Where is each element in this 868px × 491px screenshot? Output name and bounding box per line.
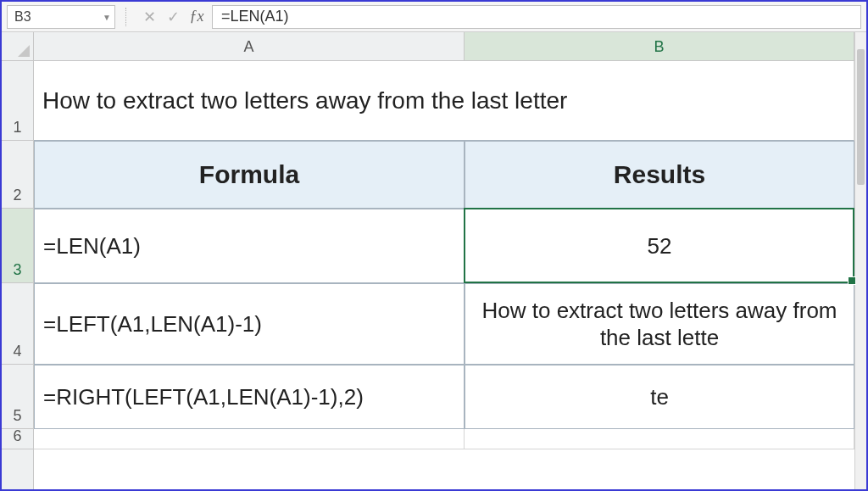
cell-text: Results <box>614 160 705 189</box>
fx-icon[interactable]: ƒx <box>185 5 209 29</box>
column-headers: A B <box>34 32 866 61</box>
row-headers: 1 2 3 4 5 6 <box>2 61 34 491</box>
chevron-down-icon[interactable]: ▼ <box>103 12 111 21</box>
row-header-2[interactable]: 2 <box>2 141 33 209</box>
cells-grid: How to extract two letters away from the… <box>34 61 866 491</box>
row-header-3[interactable]: 3 <box>2 209 33 283</box>
formula-bar: B3 ▼ ✕ ✓ ƒx =LEN(A1) <box>2 2 866 32</box>
cell-text: =LEFT(A1,LEN(A1)-1) <box>43 311 262 338</box>
separator <box>125 8 131 26</box>
cell-text: How to extract two letters away from the… <box>42 87 567 114</box>
enter-icon[interactable]: ✓ <box>161 5 185 29</box>
cell-text: Formula <box>199 160 299 189</box>
cell-B4[interactable]: How to extract two letters away from the… <box>465 283 854 365</box>
cancel-icon[interactable]: ✕ <box>137 5 161 29</box>
row-header-6[interactable]: 6 <box>2 429 33 449</box>
row-header-4[interactable]: 4 <box>2 283 33 365</box>
select-all-corner[interactable] <box>2 32 34 61</box>
cell-A5[interactable]: =RIGHT(LEFT(A1,LEN(A1)-1),2) <box>34 365 465 429</box>
cell-A3[interactable]: =LEN(A1) <box>34 209 465 283</box>
row-header-1[interactable]: 1 <box>2 61 33 141</box>
formula-input-value: =LEN(A1) <box>221 8 289 25</box>
cell-A2[interactable]: Formula <box>34 141 465 209</box>
cell-B2[interactable]: Results <box>465 141 854 209</box>
name-box-value: B3 <box>14 9 31 25</box>
row-header-5[interactable]: 5 <box>2 365 33 429</box>
cell-text: How to extract two letters away from the… <box>474 297 845 352</box>
col-header-B[interactable]: B <box>465 32 854 60</box>
cell-B6[interactable] <box>465 429 854 449</box>
cell-text: te <box>650 383 669 411</box>
vertical-scrollbar[interactable] <box>854 32 866 489</box>
cell-text: =RIGHT(LEFT(A1,LEN(A1)-1),2) <box>43 384 364 410</box>
cell-text: 52 <box>648 232 672 260</box>
cell-B3[interactable]: 52 <box>465 209 854 283</box>
cell-B5[interactable]: te <box>465 365 854 429</box>
cell-A4[interactable]: =LEFT(A1,LEN(A1)-1) <box>34 283 465 365</box>
cell-text: =LEN(A1) <box>43 233 141 259</box>
cell-A6[interactable] <box>34 429 465 449</box>
cell-A1[interactable]: How to extract two letters away from the… <box>34 61 854 141</box>
sheet-area: A B 1 2 3 4 5 6 How to extract two lette… <box>2 32 866 491</box>
col-header-A[interactable]: A <box>34 32 465 60</box>
name-box[interactable]: B3 ▼ <box>7 5 115 29</box>
scroll-thumb[interactable] <box>857 49 865 185</box>
formula-input[interactable]: =LEN(A1) <box>212 5 861 29</box>
